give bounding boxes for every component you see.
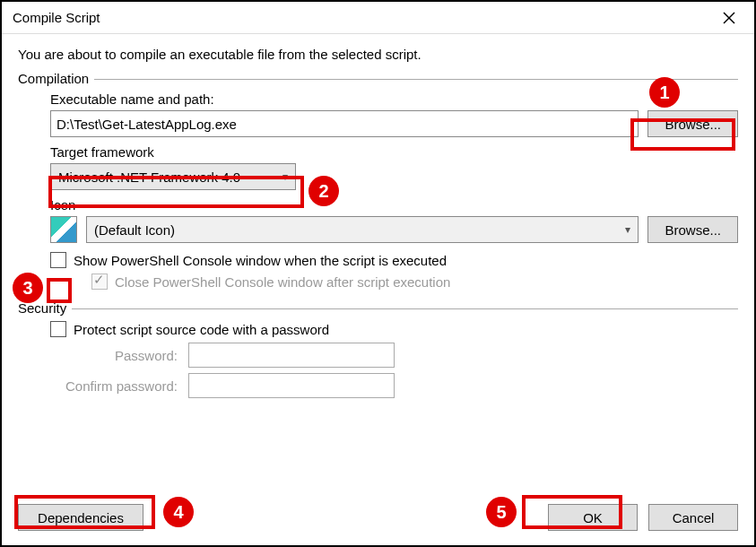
window-title: Compile Script	[13, 10, 100, 25]
icon-label: Icon	[50, 197, 738, 213]
security-legend: Security	[18, 300, 738, 316]
browse-icon-button[interactable]: Browse...	[647, 216, 738, 243]
cancel-button[interactable]: Cancel	[648, 504, 738, 531]
protect-label: Protect script source code with a passwo…	[74, 322, 329, 337]
show-console-checkbox[interactable]	[50, 252, 66, 268]
intro-text: You are about to compile an executable f…	[18, 47, 738, 62]
password-input	[188, 343, 395, 368]
show-console-label: Show PowerShell Console window when the …	[74, 253, 447, 268]
dependencies-button[interactable]: Dependencies	[18, 504, 143, 531]
close-console-label: Close PowerShell Console window after sc…	[115, 274, 450, 290]
close-icon	[723, 12, 735, 24]
icon-preview	[50, 216, 77, 243]
compilation-legend: Compilation	[18, 71, 738, 86]
confirm-password-input	[188, 373, 395, 398]
confirm-password-label: Confirm password:	[45, 378, 188, 394]
close-console-checkbox	[91, 274, 108, 290]
chevron-down-icon: ▾	[282, 170, 288, 183]
exec-path-input[interactable]	[50, 110, 639, 137]
ok-button[interactable]: OK	[548, 504, 638, 531]
target-framework-value: Microsoft .NET Framework 4.0	[58, 169, 240, 185]
browse-exec-button[interactable]: Browse...	[647, 110, 738, 137]
password-label: Password:	[45, 348, 188, 363]
icon-value: (Default Icon)	[94, 222, 175, 238]
protect-checkbox[interactable]	[50, 321, 66, 337]
close-button[interactable]	[711, 4, 747, 32]
compile-script-dialog: Compile Script You are about to compile …	[0, 0, 756, 547]
icon-dropdown[interactable]: (Default Icon) ▾	[86, 216, 639, 243]
exec-path-label: Executable name and path:	[50, 91, 738, 107]
target-framework-label: Target framework	[50, 144, 738, 160]
chevron-down-icon: ▾	[625, 223, 630, 236]
titlebar: Compile Script	[2, 2, 754, 34]
target-framework-dropdown[interactable]: Microsoft .NET Framework 4.0 ▾	[50, 163, 296, 190]
